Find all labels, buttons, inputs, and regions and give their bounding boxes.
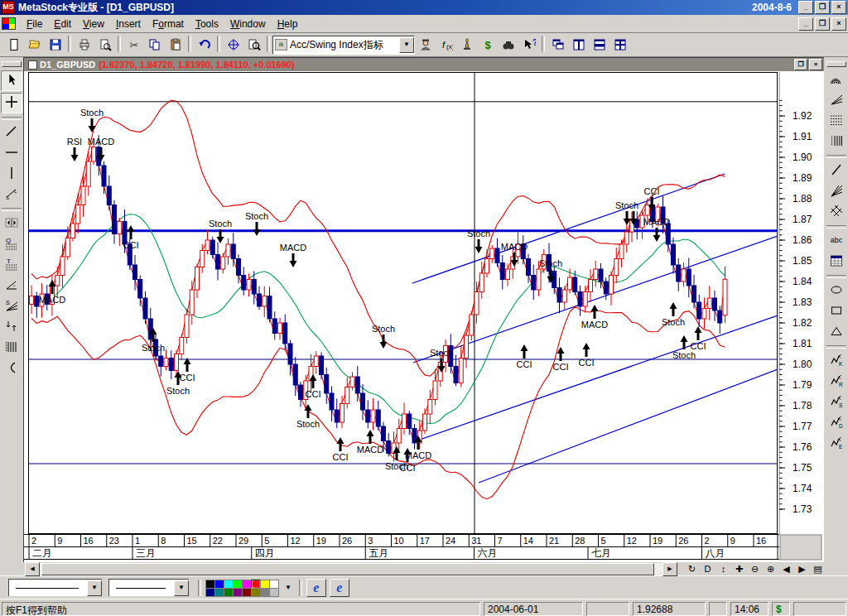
wave-r-tool-button[interactable]: R [826, 373, 846, 392]
trendline-tool-button[interactable] [2, 123, 22, 142]
wave-d-tool-button[interactable]: D [826, 414, 846, 433]
sl-trend-tool-button[interactable]: SL [2, 185, 22, 205]
svg-text:1.84: 1.84 [793, 276, 812, 287]
gann-fan-tool-button[interactable] [826, 182, 846, 201]
fan-s-tool-button[interactable]: S [2, 297, 22, 316]
pointer-tool-button[interactable] [1, 70, 22, 91]
wave-e-tool-button[interactable]: E [826, 435, 846, 454]
context-help-button[interactable]: ? [519, 36, 538, 54]
expand-vertical-button[interactable]: ↕ [716, 563, 730, 575]
text-grid-tool-button[interactable]: T [2, 256, 22, 275]
ellipse-tool-button[interactable] [826, 282, 846, 301]
triangle-tool-button[interactable] [826, 323, 846, 342]
new-icon [7, 38, 21, 51]
child-close-button[interactable]: × [831, 17, 846, 31]
ohlc-grid-tool-button[interactable] [826, 253, 846, 272]
menu-file[interactable]: File [21, 17, 48, 31]
line-style-arrow-icon[interactable]: ▼ [87, 580, 102, 596]
print-preview-button[interactable] [95, 36, 114, 54]
zoom-out-button[interactable]: ⊖ [748, 563, 762, 575]
fib-retracement-tool-button[interactable] [826, 112, 846, 131]
angle-tool-button[interactable]: ° [2, 277, 22, 296]
zoom-in-button[interactable]: ⊕ [764, 563, 778, 575]
svg-text:7: 7 [498, 536, 503, 546]
line-weight-arrow-icon[interactable]: ▼ [174, 580, 189, 596]
restore-button[interactable]: ❒ [815, 1, 830, 14]
cut-button[interactable]: ✂ [124, 36, 143, 54]
menu-insert[interactable]: Insert [110, 17, 147, 31]
indicator-dropdown[interactable]: ılı Acc/Swing Index指标 ▼ [272, 36, 415, 55]
line-style-dropdown[interactable]: ▼ [8, 579, 102, 596]
color-swatch[interactable] [269, 588, 279, 597]
refresh-button[interactable]: ↻ [685, 563, 699, 575]
crosshair-tool-tool-button[interactable] [1, 93, 22, 113]
menu-help[interactable]: Help [272, 17, 304, 31]
child-restore-button[interactable]: ❒ [815, 17, 830, 31]
function-fx-button[interactable]: f(x) [436, 36, 455, 54]
arrows-tool-button[interactable] [2, 318, 22, 337]
quad-grid-tool-button[interactable]: Q [2, 235, 22, 254]
menu-format[interactable]: Format [147, 17, 190, 31]
wave-k-tool-button[interactable]: K [826, 352, 846, 371]
minimize-button[interactable]: _ [798, 1, 813, 14]
horizontal-line-tool-button[interactable] [2, 144, 22, 163]
tile-horizontal-button[interactable] [590, 36, 609, 54]
grid-lines-tool-button[interactable] [2, 339, 22, 358]
expert-advisor-button[interactable] [416, 36, 435, 54]
palette-handle[interactable] [2, 61, 22, 67]
dollar-button[interactable]: $ [478, 36, 497, 54]
move-button[interactable]: ✚ [732, 563, 746, 575]
trendline2-tool-button[interactable] [826, 161, 846, 180]
zoom-search-button[interactable] [244, 36, 263, 54]
copy-button[interactable] [145, 36, 164, 54]
rectangle-tool-button[interactable] [826, 302, 846, 321]
fib-timezones-tool-button[interactable] [826, 132, 846, 152]
color-palette-arrow-icon[interactable]: ▼ [285, 584, 292, 591]
scan-button[interactable] [499, 36, 518, 54]
print-button[interactable] [75, 36, 94, 54]
wave-s-tool-button[interactable]: S [826, 393, 846, 412]
chart-restore-button[interactable]: ❒ [794, 59, 807, 70]
hscroll-thumb[interactable] [41, 563, 654, 575]
child-minimize-button[interactable]: _ [798, 17, 813, 31]
undo-button[interactable] [195, 36, 214, 54]
price-chart[interactable]: StochRSIMACDCCIMACDStochCCIStochStochSto… [24, 71, 823, 561]
explorer-button-1[interactable]: e [306, 579, 326, 597]
arc-tool-button[interactable] [2, 359, 22, 378]
tile-vertical-button[interactable] [569, 36, 588, 54]
palette-handle[interactable] [826, 61, 846, 67]
chart-window-icon[interactable] [2, 17, 16, 30]
menu-window[interactable]: Window [224, 17, 272, 31]
explorer-button-2[interactable]: e [330, 579, 349, 597]
text-abc-tool-button[interactable]: abc [826, 232, 846, 251]
svg-text:1.85: 1.85 [793, 255, 812, 267]
close-button[interactable]: × [831, 1, 846, 14]
save-button[interactable] [46, 36, 65, 54]
dropdown-arrow-icon[interactable]: ▼ [399, 37, 414, 53]
expert-commentary-button[interactable] [457, 36, 476, 54]
paste-button[interactable] [166, 36, 185, 54]
hscroll-right-arrow[interactable]: ▶ [662, 562, 677, 576]
menu-view[interactable]: View [77, 17, 110, 31]
scroll-right-button[interactable]: ▶ [795, 563, 809, 575]
menu-edit[interactable]: Edit [48, 17, 77, 31]
list-button[interactable]: ▤ [811, 563, 825, 575]
hscroll-left-arrow[interactable]: ◀ [25, 562, 40, 576]
vertical-line-tool-button[interactable] [2, 165, 22, 184]
fib-arcs-tool-button[interactable] [826, 70, 846, 89]
period-daily-button[interactable]: D [701, 563, 715, 575]
menu-tools[interactable]: Tools [190, 17, 224, 31]
scroll-left-button[interactable]: ◀ [779, 563, 793, 575]
chart-close-button[interactable]: × [809, 59, 822, 70]
fib-fan-tool-button[interactable] [826, 91, 846, 110]
crosshair-button[interactable] [224, 36, 243, 54]
gann-grid-tool-button[interactable] [826, 203, 846, 222]
line-weight-dropdown[interactable]: ▼ [108, 579, 189, 596]
open-button[interactable] [25, 36, 44, 54]
scroll-pair-tool-button[interactable] [2, 214, 22, 233]
hscroll-track[interactable] [40, 563, 662, 575]
cascade-button[interactable] [548, 36, 567, 54]
chart-title-strip[interactable]: D1_GBPUSD (1.82370, 1.84720, 1.81990, 1.… [24, 58, 824, 71]
tile-grid-button[interactable] [610, 36, 629, 54]
new-button[interactable] [4, 36, 23, 54]
